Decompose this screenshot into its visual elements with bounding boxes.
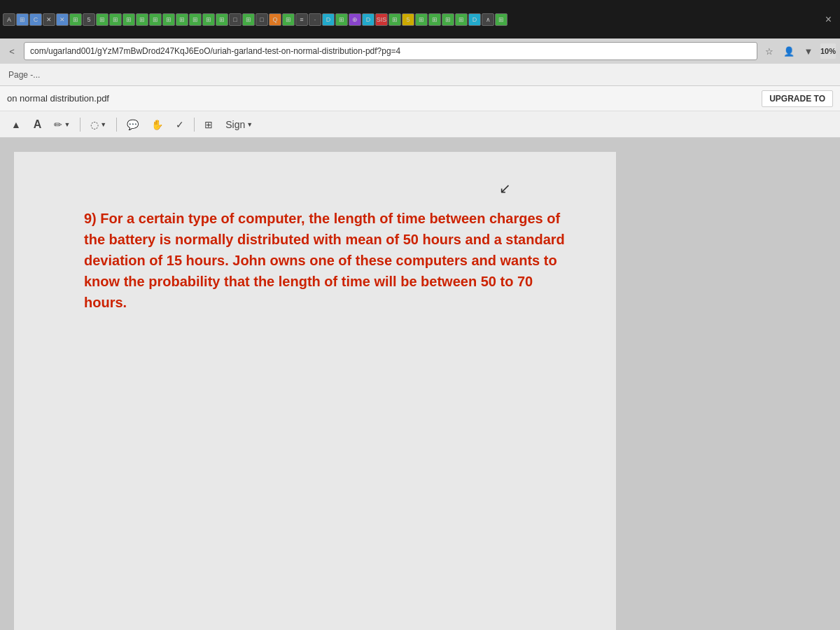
taskbar-icon-36[interactable]: D bbox=[468, 13, 481, 26]
taskbar-icon-20[interactable]: □ bbox=[255, 13, 268, 26]
taskbar-icon-8[interactable]: ⊞ bbox=[96, 13, 108, 26]
taskbar-icon-14[interactable]: ⊞ bbox=[176, 13, 188, 26]
address-bar[interactable]: com/ugarland001/gYzM7mBwDrod247KqJ6EoO/u… bbox=[24, 42, 757, 60]
taskbar-icon-28[interactable]: D bbox=[362, 13, 374, 26]
taskbar-icon-23[interactable]: ≡ bbox=[295, 13, 308, 26]
eraser-arrow-icon: ▼ bbox=[100, 121, 106, 128]
taskbar-icon-13[interactable]: ⊞ bbox=[162, 13, 175, 26]
nav-star-icon[interactable]: ☆ bbox=[762, 43, 777, 59]
taskbar-icon-34[interactable]: ⊞ bbox=[442, 13, 454, 26]
nav-percent-label: 10% bbox=[820, 43, 836, 59]
nav-person-icon[interactable]: 👤 bbox=[781, 43, 797, 59]
check-tool[interactable]: ✓ bbox=[173, 118, 187, 132]
eraser-dropdown[interactable]: ◌ ▼ bbox=[88, 118, 109, 132]
taskbar-icon-17[interactable]: ⊞ bbox=[216, 13, 228, 26]
question-number: 9) bbox=[84, 211, 100, 226]
question-body: For a certain type of computer, the leng… bbox=[84, 211, 565, 310]
taskbar-icon-16[interactable]: ⊞ bbox=[202, 13, 215, 26]
check-icon: ✓ bbox=[176, 119, 184, 130]
taskbar: A ⊞ C ✕ ✕ ⊞ 5 ⊞ ⊞ ⊞ ⊞ ⊞ ⊞ ⊞ ⊞ ⊞ ⊞ □ ⊞ □ … bbox=[0, 0, 840, 38]
separator-3 bbox=[194, 118, 195, 132]
cursor-icon: ▲ bbox=[11, 119, 21, 130]
taskbar-icon-38[interactable]: ⊞ bbox=[495, 13, 507, 26]
sign-label: Sign bbox=[225, 119, 245, 130]
cursor-tool[interactable]: ▲ bbox=[8, 118, 24, 132]
text-icon: A bbox=[34, 118, 42, 131]
pdf-page: ↙ 9) For a certain type of computer, the… bbox=[14, 152, 616, 630]
image-icon: ⊞ bbox=[204, 119, 213, 130]
taskbar-icon-29[interactable]: SIS bbox=[375, 13, 388, 26]
taskbar-icon-2[interactable]: ⊞ bbox=[16, 13, 29, 26]
url-text: com/ugarland001/gYzM7mBwDrod247KqJ6EoO/u… bbox=[30, 46, 400, 56]
question-9-text: 9) For a certain type of computer, the l… bbox=[84, 208, 574, 313]
taskbar-icon-7[interactable]: 5 bbox=[83, 13, 95, 26]
taskbar-icon-21[interactable]: Q bbox=[269, 13, 281, 26]
taskbar-icon-24[interactable]: · bbox=[309, 13, 321, 26]
annotation-toolbar: ▲ A ✏ ▼ ◌ ▼ 💬 ✋ ✓ ⊞ Sign ▼ bbox=[0, 111, 840, 138]
taskbar-icon-31[interactable]: 5 bbox=[402, 13, 414, 26]
separator-2 bbox=[116, 118, 117, 132]
text-tool[interactable]: A bbox=[31, 117, 45, 132]
taskbar-icon-18[interactable]: □ bbox=[229, 13, 241, 26]
taskbar-icon-32[interactable]: ⊞ bbox=[415, 13, 428, 26]
taskbar-icon-22[interactable]: ⊞ bbox=[282, 13, 295, 26]
taskbar-icon-37[interactable]: ∧ bbox=[482, 13, 494, 26]
taskbar-icon-3[interactable]: C bbox=[29, 13, 42, 26]
close-button[interactable]: × bbox=[820, 13, 837, 26]
comment-tool[interactable]: 💬 bbox=[124, 118, 141, 132]
pdf-content-area: ↙ 9) For a certain type of computer, the… bbox=[0, 138, 840, 630]
pen-icon: ✏ bbox=[54, 119, 62, 130]
taskbar-icon-35[interactable]: ⊞ bbox=[455, 13, 468, 26]
taskbar-icon-12[interactable]: ⊞ bbox=[149, 13, 162, 26]
browser-window: < com/ugarland001/gYzM7mBwDrod247KqJ6EoO… bbox=[0, 38, 840, 630]
nav-dropdown-icon[interactable]: ▼ bbox=[801, 43, 816, 59]
image-tool[interactable]: ⊞ bbox=[202, 118, 216, 132]
taskbar-icon-1[interactable]: A bbox=[3, 13, 15, 26]
upgrade-button[interactable]: UPGRADE TO bbox=[762, 90, 833, 107]
page-nav-label[interactable]: Page -... bbox=[6, 69, 43, 81]
pen-dropdown[interactable]: ✏ ▼ bbox=[51, 118, 73, 132]
taskbar-icon-4[interactable]: ✕ bbox=[43, 13, 55, 26]
taskbar-icon-5[interactable]: ✕ bbox=[56, 13, 69, 26]
comment-icon: 💬 bbox=[127, 119, 139, 130]
mouse-cursor: ↙ bbox=[499, 180, 511, 197]
taskbar-icon-25[interactable]: D bbox=[322, 13, 335, 26]
taskbar-icon-33[interactable]: ⊞ bbox=[428, 13, 441, 26]
hand-icon: ✋ bbox=[151, 119, 163, 130]
sign-dropdown[interactable]: Sign ▼ bbox=[223, 118, 255, 132]
taskbar-icon-26[interactable]: ⊞ bbox=[335, 13, 348, 26]
taskbar-icons: A ⊞ C ✕ ✕ ⊞ 5 ⊞ ⊞ ⊞ ⊞ ⊞ ⊞ ⊞ ⊞ ⊞ ⊞ □ ⊞ □ … bbox=[3, 13, 507, 26]
address-bar-row: < com/ugarland001/gYzM7mBwDrod247KqJ6EoO… bbox=[0, 38, 840, 64]
pdf-filename: on normal distribution.pdf bbox=[7, 93, 109, 104]
hand-tool[interactable]: ✋ bbox=[148, 118, 166, 132]
pdf-filename-bar: on normal distribution.pdf UPGRADE TO bbox=[0, 86, 840, 111]
taskbar-icon-11[interactable]: ⊞ bbox=[136, 13, 148, 26]
taskbar-icon-27[interactable]: ⊕ bbox=[349, 13, 361, 26]
eraser-icon: ◌ bbox=[90, 119, 99, 130]
taskbar-icon-10[interactable]: ⊞ bbox=[122, 13, 135, 26]
nav-back-icon[interactable]: < bbox=[4, 43, 20, 59]
pen-arrow-icon: ▼ bbox=[64, 121, 70, 128]
taskbar-icon-30[interactable]: ⊞ bbox=[388, 13, 401, 26]
sign-arrow-icon: ▼ bbox=[246, 121, 253, 128]
pdf-nav-bar: Page -... bbox=[0, 64, 840, 86]
taskbar-icon-6[interactable]: ⊞ bbox=[69, 13, 82, 26]
taskbar-icon-15[interactable]: ⊞ bbox=[189, 13, 202, 26]
separator-1 bbox=[80, 118, 80, 132]
taskbar-icon-19[interactable]: ⊞ bbox=[242, 13, 255, 26]
taskbar-icon-9[interactable]: ⊞ bbox=[109, 13, 122, 26]
